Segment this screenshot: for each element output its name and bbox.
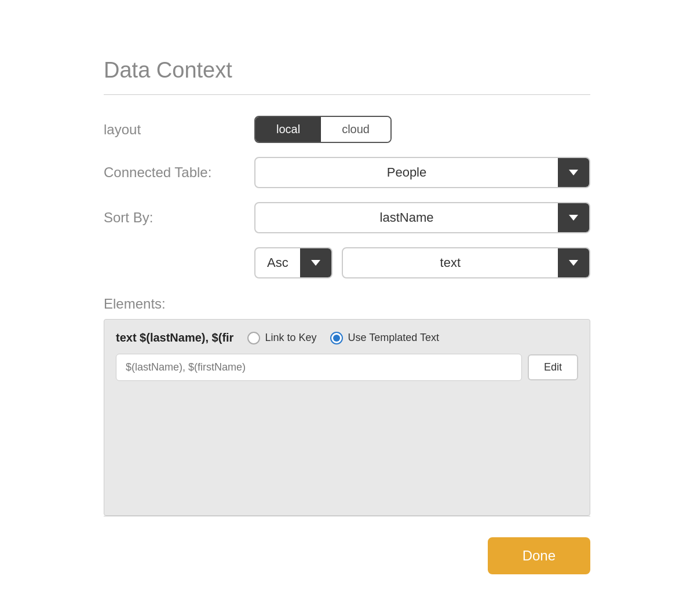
layout-local-button[interactable]: local: [255, 117, 321, 142]
svg-marker-3: [569, 260, 578, 266]
sort-direction-arrow[interactable]: [300, 248, 331, 277]
connected-table-row: Connected Table: People: [104, 157, 590, 188]
sort-by-arrow[interactable]: [558, 203, 589, 232]
dialog-title: Data Context: [104, 58, 590, 83]
layout-row: layout local cloud: [104, 116, 590, 143]
template-input-row: Edit: [116, 354, 578, 381]
layout-controls: local cloud: [254, 116, 590, 143]
chevron-down-icon: [568, 212, 579, 223]
radio-link-to-key[interactable]: Link to Key: [247, 332, 316, 344]
chevron-down-icon: [310, 257, 322, 269]
sort-by-dropdown[interactable]: lastName: [254, 202, 590, 233]
sort-type-dropdown[interactable]: text: [342, 247, 590, 278]
data-context-dialog: Data Context layout local cloud Connecte…: [57, 23, 637, 609]
sort-by-value: lastName: [255, 203, 558, 232]
layout-toggle-group: local cloud: [254, 116, 392, 143]
connected-table-value: People: [255, 158, 558, 187]
element-name: text $(lastName), $(fir: [116, 331, 233, 344]
radio-link-circle: [247, 332, 260, 344]
layout-label: layout: [104, 122, 254, 138]
elements-box: text $(lastName), $(fir Link to Key Use …: [104, 319, 590, 516]
chevron-down-icon: [568, 257, 579, 269]
sort-type-arrow[interactable]: [558, 248, 589, 277]
footer: Done: [104, 537, 590, 574]
chevron-down-icon: [568, 167, 579, 178]
bottom-divider: [104, 516, 590, 516]
connected-table-dropdown[interactable]: People: [254, 157, 590, 188]
sort-direction-value: Asc: [255, 248, 300, 277]
radio-templated-circle: [330, 332, 343, 344]
svg-marker-0: [569, 170, 578, 175]
connected-table-label: Connected Table:: [104, 164, 254, 181]
connected-table-controls: People: [254, 157, 590, 188]
sort-by-row: Sort By: lastName: [104, 202, 590, 233]
svg-marker-1: [569, 215, 578, 221]
edit-button[interactable]: Edit: [528, 354, 578, 380]
sort-type-value: text: [343, 248, 558, 277]
radio-link-label: Link to Key: [265, 332, 316, 344]
sort-direction-dropdown[interactable]: Asc: [254, 247, 333, 278]
radio-templated-label: Use Templated Text: [348, 332, 439, 344]
template-input[interactable]: [116, 354, 522, 381]
elements-label: Elements:: [104, 296, 590, 312]
connected-table-arrow[interactable]: [558, 158, 589, 187]
element-item-row: text $(lastName), $(fir Link to Key Use …: [116, 331, 578, 344]
top-divider: [104, 94, 590, 95]
sort-by-label: Sort By:: [104, 210, 254, 226]
sort-options-row: Asc text: [254, 247, 590, 278]
done-button[interactable]: Done: [488, 537, 590, 574]
radio-use-templated[interactable]: Use Templated Text: [330, 332, 439, 344]
svg-marker-2: [311, 260, 320, 266]
layout-cloud-button[interactable]: cloud: [321, 117, 390, 142]
sort-by-controls: lastName: [254, 202, 590, 233]
